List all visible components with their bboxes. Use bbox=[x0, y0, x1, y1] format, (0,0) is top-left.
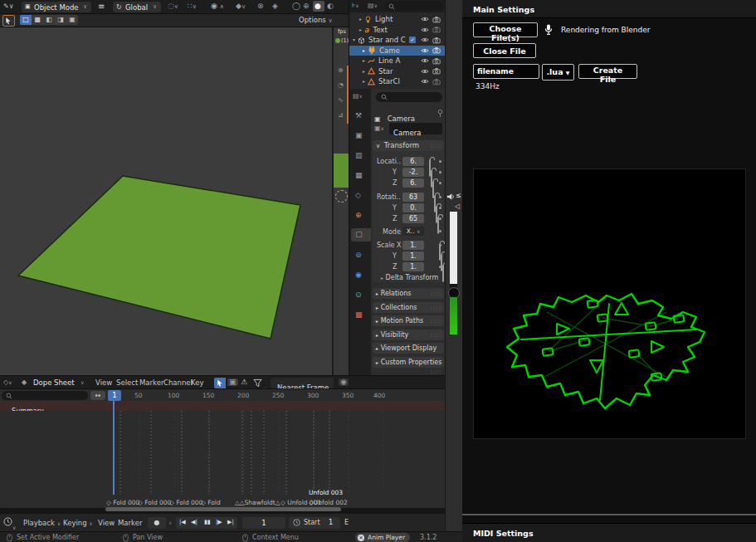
create-file-button[interactable]: Create File bbox=[578, 64, 637, 79]
anim-player-badge[interactable]: ✕ Anim Player bbox=[355, 533, 410, 542]
scale-x-value[interactable]: 1. bbox=[402, 241, 424, 250]
tab-output-icon[interactable]: ▥ bbox=[355, 152, 363, 159]
viewport-strip[interactable]: fps (1) ⊕ ◔ ∿ ⊿ bbox=[332, 27, 350, 375]
collection-checkbox[interactable]: ✓ bbox=[409, 37, 416, 43]
animate-dot[interactable] bbox=[439, 255, 441, 257]
green-plane[interactable] bbox=[0, 27, 332, 375]
extension-dropdown[interactable]: .lua ▼ bbox=[542, 64, 574, 81]
marker-top-label[interactable]: Unfold 003 bbox=[309, 490, 343, 496]
snap-dropdown[interactable]: Nearest Frame ∨ bbox=[271, 378, 334, 388]
tab-world-icon[interactable]: ⊕ bbox=[355, 212, 362, 219]
rotation-mode-dropdown[interactable]: X.. ∨ bbox=[402, 227, 424, 236]
menu-select[interactable]: Select bbox=[116, 379, 138, 387]
eye-icon[interactable] bbox=[421, 27, 429, 33]
tab-constraint-icon[interactable]: ⊙ bbox=[355, 291, 362, 299]
paint-icon[interactable]: ◆∨ bbox=[236, 2, 246, 10]
menu-channel[interactable]: Channel bbox=[163, 379, 193, 387]
select-mode-subtract[interactable]: ◧ bbox=[43, 15, 55, 25]
marker[interactable]: ◇ Fold 000 bbox=[106, 500, 139, 506]
animate-dot[interactable] bbox=[439, 171, 441, 173]
outliner-search[interactable] bbox=[384, 2, 442, 11]
marker[interactable]: ◇Unfold 002 bbox=[309, 500, 348, 506]
dopesheet-ruler[interactable]: ↔ 1 50 100 150 200 250 300 350 400 bbox=[0, 388, 445, 402]
outliner-row-collection[interactable]: ▾ Star and C ✓ bbox=[349, 35, 446, 46]
overlays-icon[interactable]: ◈ bbox=[272, 2, 278, 10]
viewport-3d[interactable] bbox=[0, 27, 332, 375]
record-button[interactable]: ● bbox=[148, 517, 166, 529]
only-selected-toggle[interactable] bbox=[214, 378, 226, 388]
editor-type-icon[interactable]: ◇∨ bbox=[3, 379, 12, 386]
rot-z-value[interactable]: 65 bbox=[402, 214, 424, 223]
display-mode-icon[interactable]: ▤∨ bbox=[368, 2, 378, 9]
camera-restrict-icon[interactable] bbox=[432, 67, 441, 75]
frame-field[interactable]: 1 bbox=[242, 517, 285, 529]
camera-gizmo[interactable] bbox=[335, 190, 348, 203]
xray-icon[interactable]: ⊗ bbox=[257, 2, 264, 10]
eye-icon[interactable] bbox=[421, 57, 429, 64]
camera-restrict-icon[interactable] bbox=[432, 16, 441, 23]
current-frame-badge[interactable]: 1 bbox=[108, 390, 121, 401]
select-mode-box[interactable]: □ bbox=[20, 15, 32, 25]
camera-restrict-icon[interactable] bbox=[432, 57, 441, 65]
measure-tool-icon[interactable]: ⊿ bbox=[338, 112, 344, 119]
loc-x-value[interactable]: 6. bbox=[402, 157, 424, 166]
eye-icon[interactable] bbox=[421, 47, 429, 54]
animate-dot[interactable] bbox=[439, 160, 441, 163]
summary-channel[interactable]: ▾ Summary bbox=[0, 401, 445, 411]
shading-wireframe-icon[interactable]: ◯ bbox=[292, 2, 300, 10]
hidden-toggle-icon[interactable]: ▣ bbox=[227, 378, 238, 386]
eye-icon[interactable] bbox=[421, 68, 429, 75]
panel-relations[interactable]: ▸ Relations:::: bbox=[373, 288, 444, 299]
orientation-dropdown[interactable]: ↻ Global ∨ bbox=[113, 2, 161, 12]
delta-transform[interactable]: ▸ Delta Transform bbox=[381, 275, 438, 281]
animate-dot[interactable] bbox=[439, 266, 441, 268]
pivot-icon[interactable]: ◌∨ bbox=[168, 2, 178, 10]
rot-y-value[interactable]: 0. bbox=[402, 203, 424, 212]
menu-key[interactable]: Key bbox=[191, 379, 203, 387]
jump-end-button[interactable]: ▶| bbox=[227, 520, 234, 525]
proportional-toggle-icon[interactable]: ◉ bbox=[339, 378, 349, 386]
outliner-row-starcl[interactable]: ▸ StarCl bbox=[349, 76, 446, 87]
errors-toggle-icon[interactable]: ⚠ bbox=[241, 378, 247, 386]
prev-key-button[interactable]: ◀| bbox=[191, 520, 198, 525]
tab-render-icon[interactable]: ▣ bbox=[355, 132, 363, 139]
playhead[interactable] bbox=[113, 401, 115, 506]
start-frame-field[interactable]: Start 1 bbox=[289, 517, 340, 529]
transform-panel-header[interactable]: ∨ Transform :::: bbox=[373, 140, 444, 151]
outliner-row-camera[interactable]: ▸ Came bbox=[349, 46, 446, 56]
pin-icon[interactable] bbox=[437, 109, 444, 118]
keying-set-caret[interactable]: ∨ bbox=[168, 520, 172, 525]
midi-settings-header[interactable]: MIDI Settings bbox=[462, 523, 756, 542]
marker[interactable]: ◇ Fold 000 bbox=[169, 500, 202, 506]
scale-z-value[interactable]: 1. bbox=[402, 262, 424, 271]
camera-restrict-icon[interactable] bbox=[432, 46, 441, 54]
dopesheet-mode-icon[interactable]: ◆ bbox=[22, 379, 27, 386]
active-tool-button[interactable] bbox=[2, 15, 15, 27]
outliner-row-linea[interactable]: ▸ Line A bbox=[349, 56, 446, 66]
tab-viewlayer-icon[interactable]: ▦ bbox=[355, 172, 363, 179]
shading-solid-icon[interactable]: ⊕ bbox=[303, 2, 310, 10]
menu-view[interactable]: View bbox=[98, 520, 115, 527]
camera-restrict-icon[interactable] bbox=[432, 78, 441, 85]
choose-files-button[interactable]: Choose File(s) bbox=[473, 22, 538, 37]
select-mode-intersect[interactable]: ▣ bbox=[66, 15, 78, 25]
loc-y-value[interactable]: -2. bbox=[402, 168, 424, 177]
shading-material-icon[interactable]: ● bbox=[315, 2, 321, 10]
jump-start-button[interactable]: |◀ bbox=[179, 520, 186, 525]
pause-button[interactable]: ▮▮ bbox=[204, 520, 211, 525]
hamburger-icon[interactable]: ≡ bbox=[98, 2, 105, 11]
panel-grip[interactable]: :::: bbox=[431, 143, 441, 149]
select-mode-invert[interactable]: ◨ bbox=[55, 15, 66, 25]
editor-type-icon[interactable]: ✎∨ bbox=[3, 3, 14, 10]
proportional-edit-icon[interactable]: ◉ ∧ bbox=[211, 2, 224, 10]
editor-type-icon[interactable]: ▤∨ bbox=[353, 93, 363, 100]
expand-arrows-button[interactable]: ↔ bbox=[90, 391, 105, 400]
animate-dot[interactable] bbox=[439, 230, 441, 232]
outliner-row-star[interactable]: ▸ Star bbox=[349, 66, 446, 77]
panel-visibility[interactable]: ▸ Visibility:::: bbox=[373, 330, 444, 340]
select-mode-extend[interactable]: ■ bbox=[32, 15, 43, 25]
animate-dot[interactable] bbox=[439, 207, 441, 209]
eye-icon[interactable] bbox=[421, 16, 429, 22]
loc-z-value[interactable]: 6. bbox=[402, 178, 424, 188]
object-name-field[interactable]: Camera bbox=[389, 123, 442, 134]
